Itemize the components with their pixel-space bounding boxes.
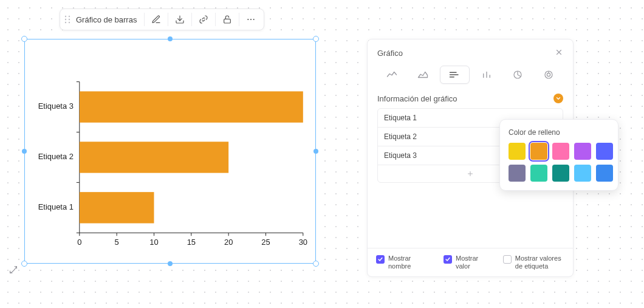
edit-icon[interactable] [146, 9, 166, 30]
unlock-icon[interactable] [217, 9, 238, 30]
svg-point-3 [69, 19, 70, 20]
chart-toolbar: Gráfico de barras [60, 9, 264, 30]
svg-rect-17 [80, 192, 154, 223]
svg-point-0 [65, 16, 66, 17]
color-swatch[interactable] [574, 143, 591, 160]
svg-point-5 [69, 22, 70, 23]
chart-type-line-icon[interactable] [377, 66, 406, 84]
svg-rect-6 [224, 19, 231, 23]
svg-text:15: 15 [187, 238, 196, 247]
checkbox-show-tag-values[interactable]: Mostrar valores de etiqueta [503, 255, 564, 270]
color-swatch[interactable] [552, 165, 569, 182]
chart-type-donut-icon[interactable] [535, 66, 563, 84]
panel-footer: Mostrar nombre Mostrar valor Mostrar val… [368, 248, 573, 276]
color-swatch[interactable] [509, 143, 526, 160]
fill-color-popover: Color de relleno [499, 119, 618, 191]
download-icon[interactable] [170, 9, 190, 30]
svg-point-9 [253, 19, 255, 20]
svg-text:20: 20 [224, 238, 233, 247]
color-swatch[interactable] [596, 165, 613, 182]
svg-text:25: 25 [261, 238, 270, 247]
color-swatch[interactable] [596, 143, 613, 160]
svg-point-1 [69, 16, 70, 17]
edge-handle-left[interactable] [22, 149, 27, 154]
link-icon[interactable] [193, 9, 214, 30]
color-swatch[interactable] [574, 165, 591, 182]
chart-type-area-icon[interactable] [408, 66, 437, 84]
svg-text:Etiqueta 2: Etiqueta 2 [38, 152, 74, 161]
drag-handle-icon[interactable] [63, 10, 72, 29]
popover-title: Color de relleno [509, 128, 609, 137]
color-swatch[interactable] [552, 143, 569, 160]
chart-selection[interactable]: Etiqueta 3Etiqueta 2Etiqueta 10510152025… [24, 39, 316, 264]
resize-handle-tl[interactable] [21, 36, 27, 42]
color-swatch[interactable] [530, 143, 547, 160]
chart-type-pie-icon[interactable] [503, 66, 532, 84]
chart-type-vbar-icon[interactable] [472, 66, 501, 84]
svg-point-7 [248, 19, 249, 20]
edge-handle-top[interactable] [168, 36, 173, 41]
svg-text:10: 10 [149, 238, 158, 247]
color-swatch-grid [509, 143, 609, 182]
chart-canvas[interactable]: Etiqueta 3Etiqueta 2Etiqueta 10510152025… [24, 39, 316, 264]
resize-handle-bl[interactable] [21, 261, 27, 267]
svg-rect-11 [80, 91, 303, 122]
chart-type-row [368, 66, 573, 90]
svg-text:0: 0 [77, 238, 81, 247]
color-swatch[interactable] [530, 165, 547, 182]
svg-text:Etiqueta 1: Etiqueta 1 [38, 202, 74, 211]
svg-rect-14 [80, 142, 228, 173]
checkbox-show-value[interactable]: Mostrar valor [444, 255, 493, 270]
more-icon[interactable] [241, 9, 261, 30]
color-swatch[interactable] [509, 165, 526, 182]
checkbox-show-name[interactable]: Mostrar nombre [376, 255, 434, 270]
svg-point-8 [250, 19, 252, 20]
horizontal-bar-chart: Etiqueta 3Etiqueta 2Etiqueta 10510152025… [25, 39, 315, 263]
resize-handle-tr[interactable] [313, 36, 319, 42]
edge-handle-right[interactable] [313, 149, 318, 154]
close-icon[interactable] [555, 48, 563, 58]
section-collapse-icon[interactable] [553, 94, 563, 103]
resize-handle-br[interactable] [313, 261, 319, 267]
chart-title-label[interactable]: Gráfico de barras [74, 15, 143, 24]
edge-handle-bottom[interactable] [168, 261, 173, 266]
svg-point-2 [65, 19, 66, 20]
section-info-label: Información del gráfico [377, 94, 457, 103]
svg-point-4 [65, 22, 66, 23]
svg-text:30: 30 [299, 238, 307, 247]
resize-both-icon [9, 265, 18, 276]
chart-type-hbar-icon[interactable] [440, 66, 470, 84]
svg-point-38 [547, 73, 550, 76]
svg-text:5: 5 [115, 238, 119, 247]
svg-text:Etiqueta 3: Etiqueta 3 [38, 101, 74, 111]
panel-title: Gráfico [377, 49, 403, 58]
